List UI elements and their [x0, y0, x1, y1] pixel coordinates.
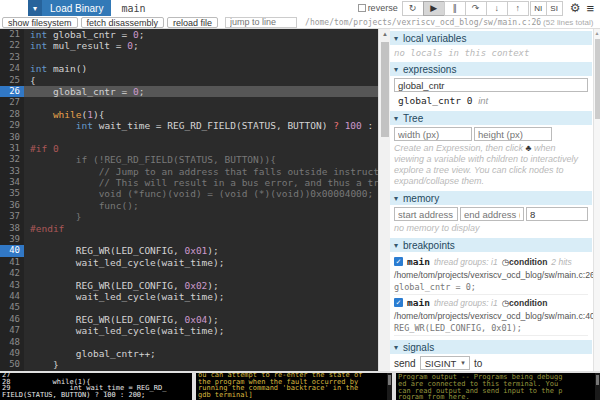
signals-header[interactable]: ▾ signals	[390, 340, 592, 354]
editor-scrollbar[interactable]: ▲	[378, 29, 390, 371]
source-line[interactable]: while(1){	[24, 109, 378, 120]
pause-button[interactable]: ∥	[444, 1, 466, 16]
gutter-line-number[interactable]: 22	[0, 40, 24, 51]
expressions-header[interactable]: ▾ expressions	[390, 62, 592, 76]
source-line[interactable]: ​	[24, 337, 378, 348]
gutter-line-number[interactable]: 27	[0, 97, 24, 108]
gutter-line-number[interactable]: 30	[0, 132, 24, 143]
source-line[interactable]: // This will result in a bus error, and …	[24, 177, 378, 188]
gutter-line-number[interactable]: 43	[0, 280, 24, 291]
gutter-line-number[interactable]: 23	[0, 52, 24, 63]
program-output-terminal[interactable]: Program output -- Programs being debugge…	[396, 373, 600, 400]
terminal-scrollbar[interactable]	[387, 373, 392, 400]
source-line[interactable]: func();	[24, 200, 378, 211]
memory-bytes-per-line-input[interactable]	[526, 207, 588, 221]
source-line[interactable]: REG_WR(LED_CONFIG, 0x04);	[24, 314, 378, 325]
file-toolbar-button-fetch-disassembly[interactable]: fetch disassembly	[81, 17, 165, 28]
load-binary-button[interactable]: ▾ Load Binary	[28, 0, 111, 16]
step-out-button[interactable]: ↑	[507, 1, 529, 16]
source-line[interactable]: REG_WR(LED_CONFIG, 0x02);	[24, 280, 378, 291]
source-line[interactable]: ​	[24, 132, 378, 143]
gutter-line-number[interactable]: 41	[0, 257, 24, 268]
gutter-line-number[interactable]: 47	[0, 325, 24, 336]
editor-code-area[interactable]: int global_cntr = 0;int mul_result = 0;​…	[24, 29, 378, 371]
gdb-terminal[interactable]: 25 {26 global_cntr = 0;2728 while(1){29 …	[0, 373, 192, 400]
gutter-line-number[interactable]: 40	[0, 245, 24, 256]
gutter-line-number[interactable]: 21	[0, 29, 24, 40]
editor-gutter[interactable]: 2122232425262728293031323334353637383940…	[0, 29, 24, 371]
gutter-line-number[interactable]: 46	[0, 314, 24, 325]
scroll-up-icon[interactable]: ▲	[594, 29, 600, 37]
hamburger-menu-icon[interactable]: ≡	[586, 1, 594, 16]
source-line[interactable]: {	[24, 75, 378, 86]
source-line[interactable]: wait_led_cycle(wait_time);	[24, 257, 378, 268]
gutter-line-number[interactable]: 25	[0, 75, 24, 86]
gutter-line-number[interactable]: 48	[0, 337, 24, 348]
gutter-line-number[interactable]: 45	[0, 302, 24, 313]
expression-input[interactable]	[394, 78, 588, 92]
breakpoint-checkbox[interactable]: ✓	[394, 257, 403, 266]
gutter-line-number[interactable]: 49	[0, 348, 24, 359]
breakpoint-checkbox[interactable]: ✓	[394, 298, 403, 307]
source-line[interactable]: ​	[24, 97, 378, 108]
gutter-line-number[interactable]: 31	[0, 143, 24, 154]
source-line[interactable]: global_cntr = 0;	[24, 86, 378, 97]
gutter-line-number[interactable]: 50	[0, 359, 24, 370]
breakpoint-condition-button[interactable]: ◷condition	[502, 298, 548, 308]
continue-button[interactable]: ▶	[423, 1, 445, 16]
file-toolbar-button-show-filesystem[interactable]: show filesystem	[2, 17, 78, 28]
gutter-line-number[interactable]: 33	[0, 166, 24, 177]
gutter-line-number[interactable]: 42	[0, 268, 24, 279]
gutter-line-number[interactable]: 37	[0, 211, 24, 222]
settings-gear-icon[interactable]: ⚙	[570, 1, 581, 15]
source-line[interactable]: wait_led_cycle(wait_time);	[24, 291, 378, 302]
source-line[interactable]: int mul_result = 0;	[24, 40, 378, 51]
source-line[interactable]: // Jump to an address that falls outside…	[24, 166, 378, 177]
source-line[interactable]: wait_led_cycle(wait_time);	[24, 325, 378, 336]
step-into-button[interactable]: ↓	[486, 1, 508, 16]
sidebar-scrollbar[interactable]: ▲	[593, 29, 600, 371]
terminal-scrollbar[interactable]	[595, 373, 600, 400]
reverse-checkbox[interactable]	[358, 4, 366, 12]
source-line[interactable]: #if 0	[24, 143, 378, 154]
source-line[interactable]: REG_WR(LED_CONFIG, 0x01);	[24, 245, 378, 256]
source-line[interactable]: ​	[24, 52, 378, 63]
step-instruction-button[interactable]: SI	[546, 1, 563, 16]
file-toolbar-button-reload-file[interactable]: reload file	[167, 17, 218, 28]
source-line[interactable]: #endif	[24, 223, 378, 234]
source-line[interactable]: if (!REG_RD_FIELD(STATUS, BUTTON)){	[24, 154, 378, 165]
jump-to-line-input[interactable]	[225, 17, 297, 28]
source-line[interactable]: ​	[24, 302, 378, 313]
sidebar-scrollbar-thumb[interactable]	[595, 39, 600, 119]
local-variables-header[interactable]: ▾ local variables	[390, 31, 592, 45]
restart-button[interactable]: ↻	[402, 1, 424, 16]
gutter-line-number[interactable]: 28	[0, 109, 24, 120]
gutter-line-number[interactable]: 44	[0, 291, 24, 302]
gutter-line-number[interactable]: 36	[0, 200, 24, 211]
gutter-line-number[interactable]: 29	[0, 120, 24, 131]
source-line[interactable]: int wait_time = REG_RD_FIELD(STATUS, BUT…	[24, 120, 378, 131]
memory-header[interactable]: ▾ memory	[390, 191, 592, 205]
gutter-line-number[interactable]: 38	[0, 223, 24, 234]
source-line[interactable]: }	[24, 211, 378, 222]
source-line[interactable]: int global_cntr = 0;	[24, 29, 378, 40]
tree-header[interactable]: ▾ Tree	[390, 111, 592, 125]
source-line[interactable]: ​	[24, 268, 378, 279]
source-line[interactable]: global_cntr++;	[24, 348, 378, 359]
breakpoint-item[interactable]: ✓ main thread groups: i1 ◷condition 2 hi…	[394, 254, 588, 295]
memory-end-address-input[interactable]	[460, 207, 524, 221]
dropdown-caret-icon[interactable]: ▾	[28, 0, 42, 16]
gdbgui-console-terminal[interactable]: , SIGTRAP).If the program exited due to …	[196, 373, 392, 400]
reverse-toggle[interactable]: reverse	[358, 3, 398, 13]
gutter-line-number[interactable]: 39	[0, 234, 24, 245]
gutter-line-number[interactable]: 35	[0, 188, 24, 199]
breakpoints-header[interactable]: ▾ breakpoints	[390, 238, 592, 252]
gutter-line-number[interactable]: 32	[0, 154, 24, 165]
gutter-line-number[interactable]: 26	[0, 86, 24, 97]
gutter-line-number[interactable]: 34	[0, 177, 24, 188]
source-line[interactable]: ​	[24, 234, 378, 245]
source-line[interactable]: int main()	[24, 63, 378, 74]
tree-height-input[interactable]	[474, 127, 552, 141]
source-line[interactable]: void (*func)(void) = (void (*)(void))0x0…	[24, 188, 378, 199]
source-line[interactable]: }	[24, 359, 378, 370]
